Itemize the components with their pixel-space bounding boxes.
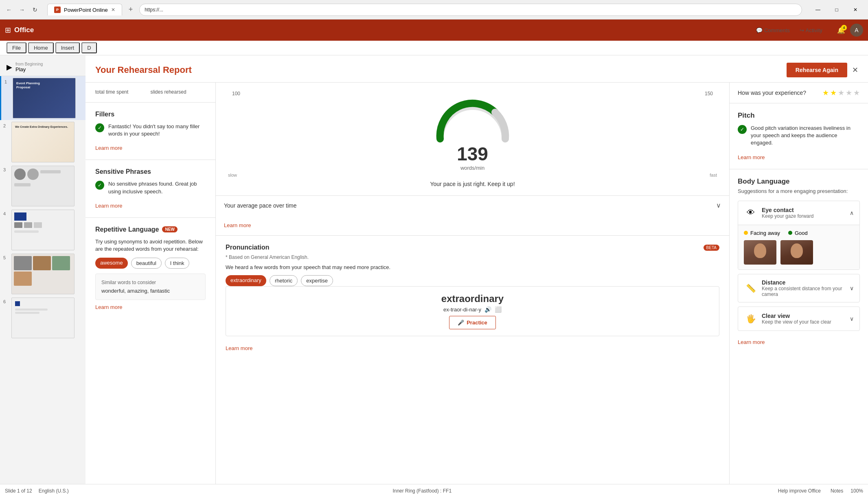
star-3[interactable]: ★ (838, 88, 844, 97)
distance-icon: 📏 (744, 281, 758, 295)
repetitive-learn-more[interactable]: Learn more (95, 304, 122, 310)
play-icon: ▶ (7, 63, 12, 72)
pitch-check-icon: ✓ (738, 125, 747, 134)
play-from-label-top: from Beginning (15, 62, 43, 66)
facing-away-status: Facing away (744, 230, 780, 236)
pitch-learn-more[interactable]: Learn more (738, 154, 765, 160)
body-language-section: Body Language Suggestions for a more eng… (730, 169, 868, 354)
slide-thumb-3 (11, 166, 75, 206)
clear-view-chevron-icon: ∨ (850, 315, 854, 322)
clear-view-item: 🖐 Clear view Keep the view of your face … (738, 307, 860, 331)
pronunciation-learn-more[interactable]: Learn more (226, 345, 252, 351)
facing-away-image (744, 240, 776, 265)
tag-awesome[interactable]: awesome (95, 258, 128, 269)
repetitive-tags: awesome beautiful I think (95, 258, 206, 269)
gauge-number: 139 (224, 143, 721, 165)
audio-button[interactable]: 🔊 (484, 306, 491, 313)
face-circle-1 (754, 243, 766, 258)
pronunciation-desc: We heard a few words from your speech th… (226, 264, 719, 270)
tag-ithink[interactable]: I think (165, 258, 190, 269)
slide-thumb-5 (11, 254, 75, 294)
pronunciation-based-on: * Based on General American English. (226, 254, 719, 260)
rehearsal-header: Your Rehearsal Report Rehearse Again ✕ (85, 55, 868, 83)
slide-thumb-2: We Create Extra Ordinary Experiences. (11, 122, 75, 162)
notes-button[interactable]: Notes (828, 487, 846, 495)
close-button[interactable]: ✕ (852, 66, 858, 74)
forward-button[interactable]: → (16, 4, 28, 15)
slide-item-1[interactable]: 1 Event PlanningProposal (0, 76, 89, 120)
pace-learn-more-row: Learn more (216, 215, 729, 235)
sensitive-learn-more[interactable]: Learn more (95, 203, 122, 209)
ppt-topbar: ⊞ Office 💬 Comments ↪ Activity 🔔 4 A (0, 20, 868, 41)
pitch-text: Good pitch variation increases livelines… (751, 125, 860, 147)
comments-tab[interactable]: 💬 Comments (751, 24, 795, 37)
slide-item-4[interactable]: 4 (0, 208, 89, 252)
browser-tab[interactable]: P PowerPoint Online ✕ (47, 4, 122, 15)
similar-box: Similar words to consider wonderful, ama… (95, 274, 206, 300)
rehearse-again-button[interactable]: Rehearse Again (787, 63, 847, 77)
window-controls: — □ ✕ (809, 4, 865, 16)
back-button[interactable]: ← (3, 4, 15, 15)
clear-view-header[interactable]: 🖐 Clear view Keep the view of your face … (738, 307, 859, 331)
fillers-learn-more[interactable]: Learn more (95, 145, 122, 151)
user-avatar[interactable]: A (850, 24, 863, 37)
similar-words: wonderful, amazing, fantastic (101, 288, 199, 294)
activity-tab[interactable]: ↪ Activity (795, 24, 827, 37)
close-window-button[interactable]: ✕ (846, 4, 865, 16)
logo-area: ⊞ Office (5, 26, 34, 35)
play-from-beginning-button[interactable]: ▶ from Beginning Play (0, 59, 89, 76)
body-language-learn-more[interactable]: Learn more (738, 339, 765, 345)
refresh-button[interactable]: ↻ (29, 4, 41, 15)
clear-view-desc: Keep the view of your face clear (762, 319, 846, 325)
slide-item-5[interactable]: 5 (0, 252, 89, 296)
pronunciation-header: Pronunciation BETA (226, 244, 719, 251)
pace-learn-more[interactable]: Learn more (224, 222, 251, 228)
distance-header[interactable]: 📏 Distance Keep a consistent distance fr… (738, 274, 859, 302)
eye-contact-chevron-icon: ∧ (850, 210, 854, 216)
eye-contact-header[interactable]: 👁 Eye contact Keep your gaze forward ∧ (738, 201, 859, 225)
address-bar[interactable]: https://... (139, 4, 802, 16)
distance-chevron-icon: ∨ (850, 285, 854, 291)
tag-expertise[interactable]: expertise (301, 275, 333, 286)
menu-home[interactable]: Home (28, 42, 54, 53)
practice-button[interactable]: 🎤 Practice (449, 316, 496, 329)
chevron-down-icon: ∨ (716, 201, 721, 209)
minimize-button[interactable]: — (809, 4, 827, 16)
eye-contact-title: Eye contact (762, 207, 846, 213)
gauge-label-100: 100 (232, 91, 240, 96)
pace-over-time[interactable]: Your average pace over time ∨ (216, 195, 729, 215)
menu-file[interactable]: File (7, 42, 26, 53)
language-label: English (U.S.) (39, 488, 69, 494)
gauge-desc: Your pace is just right. Keep it up! (224, 181, 721, 187)
ppt-bottombar: Slide 1 of 12 English (U.S.) Inner Ring … (0, 484, 868, 497)
slide-item-2[interactable]: 2 We Create Extra Ordinary Experiences. (0, 120, 89, 164)
grid-icon[interactable]: ⊞ (5, 26, 11, 35)
slide-num-6: 6 (3, 299, 9, 304)
info-button[interactable]: ⬜ (495, 306, 502, 313)
good-dot (788, 231, 792, 235)
body-language-subtitle: Suggestions for a more engaging presenta… (738, 188, 860, 194)
tag-extraordinary[interactable]: extraordinary (226, 275, 266, 286)
slide-item-3[interactable]: 3 (0, 164, 89, 208)
pronunciation-tags: extraordinary rhetoric expertise (226, 275, 719, 286)
star-1[interactable]: ★ (822, 88, 829, 97)
add-tab-button[interactable]: + (125, 5, 136, 14)
slide-item-6[interactable]: 6 (0, 296, 89, 340)
powerpoint-app: ⊞ Office 💬 Comments ↪ Activity 🔔 4 A Fil… (0, 20, 868, 497)
star-5[interactable]: ★ (853, 88, 860, 97)
tab-area: 💬 Comments ↪ Activity (746, 24, 832, 37)
tag-rhetoric[interactable]: rhetoric (270, 275, 298, 286)
notification-bell[interactable]: 🔔 4 (837, 26, 845, 34)
tab-close-button[interactable]: ✕ (111, 7, 115, 13)
pitch-section: Pitch ✓ Good pitch variation increases l… (730, 103, 868, 169)
tag-beautiful[interactable]: beautiful (131, 258, 162, 269)
menu-design[interactable]: D (81, 42, 96, 53)
star-2[interactable]: ★ (830, 88, 837, 97)
pitch-title: Pitch (738, 112, 860, 120)
star-4[interactable]: ★ (846, 88, 852, 97)
maximize-button[interactable]: □ (827, 4, 846, 16)
help-improve-button[interactable]: Help improve Office (776, 487, 823, 495)
menu-insert[interactable]: Insert (55, 42, 80, 53)
slide-thumb-1: Event PlanningProposal (13, 78, 76, 118)
eye-contact-info: Eye contact Keep your gaze forward (762, 207, 846, 219)
